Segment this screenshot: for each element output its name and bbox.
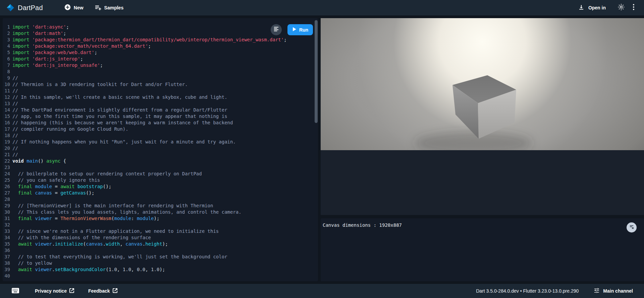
code-line: 5import 'package:web/web.dart';: [3, 49, 318, 56]
new-button-label: New: [74, 5, 84, 10]
code-line: 31 final viewer = ThermionViewerWasm(mod…: [3, 215, 318, 222]
code-line: 13//: [3, 100, 318, 107]
download-icon: [578, 4, 584, 11]
code-line: 26 final module = await bootstrap();: [3, 183, 318, 190]
code-line: 28: [3, 196, 318, 203]
format-button[interactable]: [271, 24, 282, 35]
code-line: 35 await viewer.initialize(canvas.width,…: [3, 241, 318, 247]
cube-3d: [321, 18, 644, 150]
code-line: 21//: [3, 152, 318, 158]
code-line: 8: [3, 69, 318, 75]
code-editor-panel: 1import 'dart:async';2import 'dart:math'…: [3, 18, 318, 281]
brightness-icon: [618, 4, 625, 12]
add-circle-icon: [64, 4, 71, 11]
console-panel: Canvas dimensions : 644x298: [321, 218, 644, 281]
code-line: 6import 'dart:js_interop';: [3, 56, 318, 62]
open-in-label: Open in: [588, 5, 606, 10]
code-line: 40: [3, 273, 318, 279]
clear-console-button[interactable]: [627, 222, 637, 232]
main-area: 1import 'dart:async';2import 'dart:math'…: [0, 15, 644, 284]
sdk-version-text: Dart 3.5.0-284.0.dev • Flutter 3.23.0-13…: [476, 288, 579, 294]
open-in-new-icon: [69, 288, 74, 294]
dart-logo-icon: [6, 3, 15, 12]
privacy-notice-link[interactable]: Privacy notice: [35, 288, 74, 294]
code-line: 36: [3, 247, 318, 254]
samples-button-label: Samples: [104, 5, 124, 10]
channel-label: Main channel: [603, 288, 633, 294]
keyboard-shortcuts-button[interactable]: [12, 288, 19, 294]
code-line: 38 // to yellow: [3, 260, 318, 266]
code-line: 30 // This class lets you load assets, l…: [3, 209, 318, 215]
code-lines[interactable]: 1import 'dart:async';2import 'dart:math'…: [3, 18, 318, 279]
code-line: 16// happening (this is because we aren'…: [3, 120, 318, 126]
playlist-add-icon: [95, 4, 101, 12]
console-line: Canvas dimensions : 644x298: [323, 222, 644, 228]
code-line: 24 // boilerplate to setup our rendering…: [3, 171, 318, 177]
tune-icon: [594, 288, 600, 295]
brightness-toggle-button[interactable]: [618, 4, 625, 12]
format-icon: [273, 26, 279, 33]
code-line: 23: [3, 164, 318, 171]
clear-console-icon: [629, 224, 634, 231]
status-bar: Privacy notice Feedback Dart 3.5.0-284.0…: [0, 284, 644, 298]
code-line: 19// If nothing happens when you hit "Ru…: [3, 139, 318, 145]
open-in-button[interactable]: Open in: [578, 4, 606, 11]
run-button[interactable]: Run: [287, 24, 313, 35]
play-icon: [292, 27, 297, 33]
feedback-label: Feedback: [88, 288, 110, 294]
open-in-new-icon: [113, 288, 117, 294]
app-title: DartPad: [18, 4, 43, 12]
run-button-label: Run: [299, 27, 308, 33]
statusbar-right: Dart 3.5.0-284.0.dev • Flutter 3.23.0-13…: [476, 288, 644, 295]
code-line: 11//: [3, 88, 318, 94]
editor-scrollbar[interactable]: [315, 20, 318, 123]
topbar-right: Open in: [578, 4, 644, 12]
code-line: 39 await viewer.setBackgroundColor(1.0, …: [3, 266, 318, 273]
console-output: Canvas dimensions : 644x298: [323, 222, 644, 228]
keyboard-icon: [12, 288, 19, 294]
code-line: 33 // since we're not in a Flutter appli…: [3, 228, 318, 235]
code-line: 9//: [3, 75, 318, 81]
code-line: 18//: [3, 132, 318, 139]
overflow-menu-button[interactable]: [633, 4, 635, 12]
code-line: 7import 'dart:js_interop_unsafe';: [3, 62, 318, 69]
privacy-notice-label: Privacy notice: [35, 288, 67, 294]
top-bar: DartPad New Samples Open in: [0, 0, 644, 15]
code-line: 32: [3, 222, 318, 228]
code-line: 29 // [ThermionViewer] is the main inter…: [3, 203, 318, 209]
app-output-frame: [321, 18, 644, 215]
code-line: 4import 'package:vector_math/vector_math…: [3, 43, 318, 49]
samples-button[interactable]: Samples: [95, 4, 124, 12]
code-line: 14// The DartPad environment is slightly…: [3, 107, 318, 113]
code-line: 15// app, so the first time you run this…: [3, 113, 318, 120]
render-canvas[interactable]: [321, 18, 644, 150]
channel-selector[interactable]: Main channel: [594, 288, 633, 295]
code-line: 17// compiler running on Google Cloud Ru…: [3, 126, 318, 132]
code-line: 27 final canvas = getCanvas();: [3, 190, 318, 196]
code-line: 10// Thermion is a 3D rendering toolkit …: [3, 81, 318, 88]
kebab-menu-icon: [633, 4, 635, 12]
code-line: 20//: [3, 145, 318, 152]
output-column: Canvas dimensions : 644x298: [321, 18, 644, 281]
code-line: 37 // to test that everything is working…: [3, 254, 318, 260]
feedback-link[interactable]: Feedback: [88, 288, 117, 294]
code-line: 34 // with the dimensions of the renderi…: [3, 235, 318, 241]
code-line: 25 // you can safely ignore this: [3, 177, 318, 183]
code-line: 12// In this sample, we'll create a basi…: [3, 94, 318, 100]
code-line: 22void main() async {: [3, 158, 318, 164]
new-button[interactable]: New: [64, 4, 84, 11]
code-line: 3import 'package:thermion_dart/thermion_…: [3, 37, 318, 43]
